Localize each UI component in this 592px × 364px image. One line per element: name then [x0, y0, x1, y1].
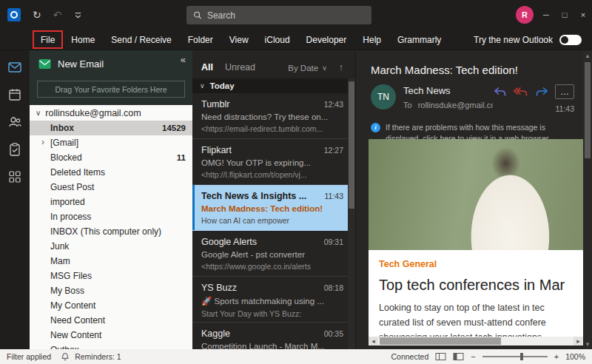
reading-view-icon[interactable] — [453, 352, 464, 361]
reminders-status[interactable]: Reminders: 1 — [75, 352, 121, 361]
folder-my-boss[interactable]: My Boss — [30, 283, 192, 298]
message-sender: YS Buzz — [201, 283, 320, 293]
folder-my-content[interactable]: My Content — [30, 298, 192, 313]
more-apps-icon[interactable] — [7, 169, 22, 184]
reading-pane-scrollbar[interactable]: ▴ ▾ — [583, 50, 592, 349]
folder-name: New Content — [50, 330, 101, 340]
newsletter-category[interactable]: Tech General — [379, 259, 583, 269]
tab-all[interactable]: All — [201, 62, 213, 73]
message-preview: <https://www.google.co.in/alerts — [201, 262, 343, 271]
undo-icon[interactable]: ↶ — [53, 10, 62, 20]
scrollbar-thumb[interactable] — [380, 337, 501, 345]
tab-developer[interactable]: Developer — [298, 30, 355, 50]
tab-view[interactable]: View — [221, 30, 257, 50]
folder-inbox[interactable]: Inbox 14529 — [30, 121, 192, 135]
sender-name[interactable]: Tech News — [403, 85, 493, 96]
tab-grammarly[interactable]: Grammarly — [389, 30, 449, 50]
scroll-right-icon[interactable]: ▸ — [574, 337, 583, 346]
search-input[interactable] — [207, 10, 365, 21]
reply-icon[interactable] — [493, 86, 508, 98]
folder-name: Mam — [50, 256, 70, 266]
forward-icon[interactable] — [534, 86, 549, 98]
zoom-level[interactable]: 100% — [565, 352, 585, 361]
scroll-up-icon[interactable]: ▴ — [583, 50, 592, 61]
horizontal-scrollbar[interactable]: ◂ ▸ — [369, 337, 583, 346]
favorites-drop-zone[interactable]: Drag Your Favorite Folders Here — [37, 81, 185, 98]
calendar-nav-icon[interactable] — [7, 87, 22, 102]
message-list-scrollbar[interactable] — [348, 78, 355, 349]
folder-deleted-items[interactable]: Deleted Items — [30, 165, 192, 180]
zoom-out-button[interactable]: − — [471, 352, 475, 361]
folder-new-content[interactable]: New Content — [30, 328, 192, 343]
folder-guest-post[interactable]: Guest Post — [30, 180, 192, 195]
recipient-row: To rollinsduke@gmail.com — [403, 101, 493, 109]
scroll-down-icon[interactable]: ▾ — [583, 339, 592, 349]
newsletter-hero-image — [369, 139, 583, 250]
zoom-slider[interactable] — [482, 356, 548, 357]
tab-icloud[interactable]: iCloud — [257, 30, 298, 50]
connection-status[interactable]: Connected — [391, 352, 428, 361]
message-item-flipkart[interactable]: Flipkart12:27 OMG! Your OTP is expiring.… — [192, 139, 348, 185]
message-item-tech-news-selected[interactable]: Tech News & Insights ...11:43 March Madn… — [192, 185, 348, 231]
close-button[interactable]: × — [577, 10, 589, 19]
folder-need-content[interactable]: Need Content — [30, 313, 192, 328]
sort-direction-icon[interactable]: ↑ — [339, 62, 343, 73]
send-receive-sync-icon[interactable]: ↻ — [33, 10, 41, 20]
sender-avatar[interactable]: TN — [371, 84, 396, 109]
more-actions-button[interactable]: … — [555, 84, 574, 99]
scrollbar-thumb[interactable] — [349, 81, 354, 209]
email-body-document: Tech General Top tech conferences in Mar… — [369, 139, 583, 346]
folder-in-process[interactable]: In process — [30, 209, 192, 224]
group-header-today[interactable]: ∨ Today — [192, 78, 355, 93]
search-bar[interactable] — [186, 6, 371, 24]
reply-all-icon[interactable] — [514, 86, 528, 98]
folder-mam[interactable]: Mam — [30, 254, 192, 269]
collapse-pane-icon[interactable]: « — [181, 54, 186, 65]
account-avatar[interactable]: R — [516, 6, 534, 24]
message-item-ys-buzz[interactable]: YS Buzz08:18 🚀 Sports matchmaking using … — [192, 277, 348, 323]
folder-gmail[interactable]: › [Gmail] — [30, 135, 192, 150]
tasks-nav-icon[interactable] — [7, 142, 22, 157]
account-row[interactable]: ∨ rollinsduke@gmail.com — [30, 105, 192, 121]
zoom-in-button[interactable]: + — [554, 352, 559, 361]
tab-folder[interactable]: Folder — [180, 30, 221, 50]
new-outlook-toggle[interactable] — [559, 35, 582, 45]
message-list-header: All Unread By Date ∨ ↑ — [192, 50, 355, 78]
email-header: TN Tech News To rollinsduke@gmail.com — [356, 76, 583, 113]
maximize-button[interactable]: □ — [559, 10, 571, 19]
folder-outbox[interactable]: Outbox — [30, 343, 192, 349]
folder-name: [Gmail] — [50, 138, 78, 148]
minimize-button[interactable]: ─ — [540, 10, 552, 19]
message-item-kaggle[interactable]: Kaggle00:35 Competition Launch - March M… — [192, 323, 348, 349]
chevron-down-icon: ∨ — [200, 82, 205, 90]
scroll-left-icon[interactable]: ◂ — [369, 337, 378, 346]
message-preview: Start Your Day with YS Buzz: — [201, 309, 343, 318]
folder-imported[interactable]: imported — [30, 195, 192, 209]
customize-toolbar-icon[interactable] — [73, 10, 83, 20]
new-email-button[interactable]: New Email — [38, 58, 104, 70]
message-sender: Flipkart — [201, 145, 320, 155]
folder-blocked[interactable]: Blocked 11 — [30, 150, 192, 165]
tab-home[interactable]: Home — [63, 30, 103, 50]
folder-msg-files[interactable]: MSG Files — [30, 269, 192, 283]
folder-junk[interactable]: Junk — [30, 239, 192, 254]
message-item-google-alerts[interactable]: Google Alerts09:31 Google Alert - pst co… — [192, 231, 348, 277]
sort-by-date-dropdown[interactable]: By Date ∨ — [288, 64, 327, 73]
scrollbar-thumb[interactable] — [585, 62, 591, 158]
folder-inbox-this-computer[interactable]: INBOX (This computer only) — [30, 224, 192, 239]
tab-help[interactable]: Help — [354, 30, 389, 50]
mail-nav-icon[interactable] — [7, 60, 22, 75]
people-nav-icon[interactable] — [7, 115, 22, 129]
message-time: 11:43 — [325, 192, 344, 200]
normal-view-icon[interactable] — [435, 352, 446, 361]
tab-unread[interactable]: Unread — [225, 62, 255, 73]
zoom-slider-thumb[interactable] — [520, 353, 523, 360]
reading-pane: March Madness: Tech edition! TN Tech New… — [355, 50, 583, 349]
recipient-email[interactable]: rollinsduke@gmail.com — [418, 101, 493, 109]
folder-name: My Boss — [50, 286, 84, 296]
scrollbar-track[interactable] — [378, 337, 574, 346]
message-item-tumblr[interactable]: Tumblr12:43 Need distractions? Try these… — [192, 93, 348, 139]
tab-file[interactable]: File — [33, 30, 63, 50]
tab-send-receive[interactable]: Send / Receive — [103, 30, 179, 50]
outlook-logo-icon — [7, 8, 21, 21]
